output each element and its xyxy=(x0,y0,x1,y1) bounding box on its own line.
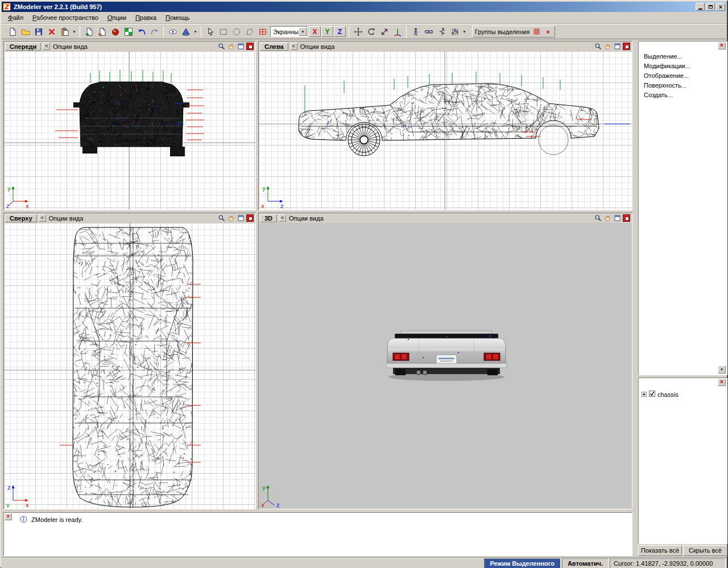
tree-panel-close-button[interactable]: × xyxy=(718,379,726,386)
panel-item-modifiers[interactable]: Модификации... xyxy=(644,61,717,71)
animation-button[interactable] xyxy=(435,26,448,38)
tree-expander-icon[interactable] xyxy=(642,391,647,398)
undo-button[interactable] xyxy=(135,26,148,38)
maximize-icon[interactable] xyxy=(237,214,245,222)
menu-help[interactable]: Помощь xyxy=(162,13,194,23)
menu-edit[interactable]: Правка xyxy=(131,13,160,23)
render-sphere-icon xyxy=(111,27,120,36)
viewport-top-name-button[interactable]: Сверху xyxy=(5,214,37,222)
select-arrow-button[interactable] xyxy=(204,26,217,38)
pan-icon[interactable] xyxy=(227,43,235,51)
status-mode-badge[interactable]: Режим Выделенного xyxy=(484,558,561,568)
viewport-front-collapse-button[interactable]: < xyxy=(43,43,50,50)
viewport-3d-name-button[interactable]: 3D xyxy=(260,214,277,222)
pan-icon[interactable] xyxy=(603,43,612,51)
maximize-icon[interactable] xyxy=(613,214,622,222)
viewport-3d-collapse-button[interactable]: < xyxy=(279,214,286,222)
cone-icon xyxy=(181,27,191,36)
viewport-3d-options-label[interactable]: Опции вида xyxy=(288,215,324,222)
new-file-button[interactable] xyxy=(6,26,19,38)
paste-dropdown-button[interactable]: ▼ xyxy=(71,26,77,38)
viewport-menu-button[interactable] xyxy=(623,214,630,222)
restore-button[interactable] xyxy=(706,3,715,11)
maximize-icon[interactable] xyxy=(613,43,622,51)
close-button[interactable]: × xyxy=(716,3,725,11)
axis-y-toggle[interactable]: Y xyxy=(321,26,333,37)
chassis-checkbox[interactable] xyxy=(649,391,655,398)
zoom-icon[interactable] xyxy=(217,214,226,222)
import-icon xyxy=(85,27,94,36)
viewport-left-options-label[interactable]: Опции вида xyxy=(299,43,335,50)
select-circle-button[interactable] xyxy=(230,26,243,38)
panel-item-create[interactable]: Создать... xyxy=(644,90,717,100)
toolbar-separator xyxy=(201,26,201,38)
dropdown-arrow-icon: ▼ xyxy=(73,30,76,34)
zoom-icon[interactable] xyxy=(594,43,602,51)
axis-x-toggle[interactable]: X xyxy=(309,26,321,37)
viewport-menu-button[interactable] xyxy=(246,43,254,50)
save-button[interactable] xyxy=(32,26,45,38)
viewport-3d-canvas[interactable]: y x z xyxy=(259,223,632,509)
paste-button[interactable] xyxy=(58,26,71,38)
delete-button[interactable] xyxy=(45,26,58,38)
viewport-top-options-label[interactable]: Опции вида xyxy=(48,215,84,222)
viewport-menu-button[interactable] xyxy=(246,214,254,222)
combo-dropdown-button[interactable]: ▼ xyxy=(299,27,307,36)
zoom-icon[interactable] xyxy=(594,214,602,222)
move-tool-button[interactable] xyxy=(351,26,365,38)
maximize-icon[interactable] xyxy=(237,43,245,51)
primitive-dropdown-button[interactable]: ▼ xyxy=(192,26,198,38)
pan-icon[interactable] xyxy=(603,214,612,222)
viewport-left-collapse-button[interactable]: < xyxy=(290,43,297,50)
import-button[interactable] xyxy=(82,26,96,38)
panel-item-surface[interactable]: Поверхность... xyxy=(644,81,717,90)
tools-panel-close-button[interactable]: × xyxy=(718,42,726,49)
minimize-button[interactable] xyxy=(696,3,705,11)
scale-tool-button[interactable] xyxy=(378,26,391,38)
viewport-left-canvas[interactable]: y z x xyxy=(259,51,632,210)
selection-groups-label[interactable]: Группы выделения xyxy=(475,28,530,35)
viewport-front-options-label[interactable]: Опции вида xyxy=(52,43,88,50)
viewport-menu-button[interactable] xyxy=(623,43,630,50)
delete-icon xyxy=(47,27,56,36)
log-close-button[interactable]: × xyxy=(5,513,12,520)
status-auto-badge[interactable]: Автоматич. xyxy=(562,558,609,568)
create-primitive-button[interactable] xyxy=(179,26,192,38)
viewport-top-canvas[interactable]: z x y xyxy=(4,223,255,509)
tools-button[interactable] xyxy=(448,26,461,38)
viewport-top-collapse-button[interactable]: < xyxy=(39,214,46,222)
tools-dropdown-button[interactable]: ▼ xyxy=(461,26,468,38)
redo-button[interactable] xyxy=(148,26,161,38)
rotate-tool-button[interactable] xyxy=(365,26,378,38)
hide-all-button[interactable]: Скрыть всё xyxy=(683,545,727,556)
export-button[interactable] xyxy=(96,26,109,38)
menu-workspace[interactable]: Рабочее пространство xyxy=(28,13,102,23)
sliders-icon xyxy=(450,27,460,36)
select-mesh-button[interactable] xyxy=(256,26,269,38)
attach-button[interactable] xyxy=(422,26,435,38)
show-all-button[interactable]: Показать всё xyxy=(638,545,682,556)
scroll-down-button[interactable]: ▼ xyxy=(718,366,726,374)
pan-icon[interactable] xyxy=(227,214,235,222)
panel-item-display[interactable]: Отображение... xyxy=(644,71,717,81)
selection-groups-close-button[interactable]: × xyxy=(543,27,552,37)
menu-file[interactable]: Файл xyxy=(4,13,27,23)
selection-groups-grid-button[interactable] xyxy=(531,27,541,37)
material-editor-button[interactable] xyxy=(122,26,135,38)
coordinate-space-select[interactable]: Экранные ▼ xyxy=(270,26,308,37)
menu-options[interactable]: Опции xyxy=(104,13,130,23)
zoom-icon[interactable] xyxy=(217,43,226,51)
open-file-button[interactable] xyxy=(19,26,32,38)
viewport-left-name-button[interactable]: Слева xyxy=(260,43,288,51)
bones-button[interactable] xyxy=(409,26,422,38)
render-button[interactable] xyxy=(109,26,122,38)
axis-z-toggle[interactable]: Z xyxy=(334,26,346,37)
select-poly-button[interactable] xyxy=(243,26,256,38)
axis-triad-button[interactable] xyxy=(391,26,404,38)
tree-node-label[interactable]: chassis xyxy=(657,391,679,398)
view-mode-button[interactable] xyxy=(166,26,179,38)
viewport-front-name-button[interactable]: Спереди xyxy=(5,43,41,51)
select-rect-button[interactable] xyxy=(217,26,230,38)
panel-item-selection[interactable]: Выделение... xyxy=(644,52,717,61)
viewport-front-canvas[interactable]: y x z xyxy=(4,51,255,210)
